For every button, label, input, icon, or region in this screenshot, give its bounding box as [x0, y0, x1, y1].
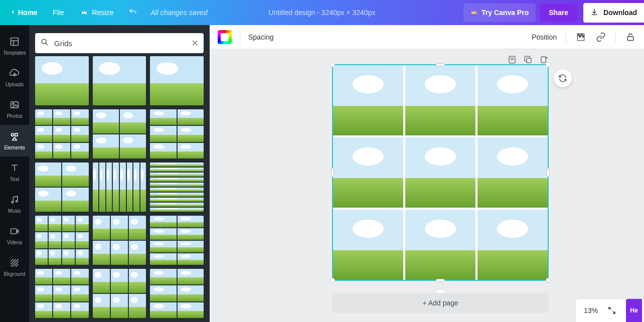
rail-label: Templates: [3, 50, 26, 56]
search-input[interactable]: [54, 39, 186, 48]
rail-label: Videos: [7, 240, 22, 245]
grid-thumb[interactable]: [150, 216, 204, 265]
grid-thumb[interactable]: [35, 163, 89, 212]
resize-handle-r[interactable]: [547, 168, 550, 177]
share-button[interactable]: Share: [540, 4, 577, 22]
page-actions: [508, 55, 549, 64]
download-button[interactable]: Download: [583, 3, 644, 23]
page-notes-icon[interactable]: [508, 55, 517, 64]
add-page-button[interactable]: + Add page: [332, 293, 549, 313]
home-button[interactable]: Home: [4, 6, 44, 20]
selection-bounds[interactable]: [332, 64, 549, 281]
resize-handle-l[interactable]: [331, 168, 334, 177]
grid-thumb[interactable]: [150, 109, 204, 158]
rail-elements[interactable]: Elements: [0, 125, 29, 156]
help-button[interactable]: He: [626, 299, 642, 322]
canvas-area: Spacing Position: [210, 25, 644, 322]
music-icon: [9, 194, 20, 205]
canvas-grid-element[interactable]: [333, 65, 548, 280]
resize-handle-tr[interactable]: [546, 62, 551, 67]
nav-rail: Templates Uploads Photos Elements Text: [0, 25, 29, 322]
rail-music[interactable]: Music: [0, 188, 29, 220]
resize-handle-t[interactable]: [436, 63, 445, 66]
search-box: ✕: [35, 33, 204, 53]
resize-handle-br[interactable]: [546, 278, 551, 283]
grid-cell[interactable]: [477, 65, 548, 135]
canvas-stage[interactable]: + Add page 13% He: [210, 49, 644, 322]
photos-icon: [9, 99, 20, 110]
top-bar: Home File Resize All changes saved Untit…: [0, 0, 644, 25]
duplicate-page-icon[interactable]: [524, 55, 533, 64]
grid-cell[interactable]: [477, 137, 548, 208]
rail-templates[interactable]: Templates: [0, 30, 29, 62]
grid-thumb[interactable]: [150, 56, 204, 105]
svg-line-13: [11, 259, 16, 264]
save-status: All changes saved: [150, 9, 208, 17]
grid-cell[interactable]: [477, 210, 548, 280]
transparency-icon[interactable]: [575, 32, 586, 43]
rail-uploads[interactable]: Uploads: [0, 62, 29, 93]
color-picker-button[interactable]: [218, 30, 232, 44]
grid-thumb[interactable]: [93, 216, 146, 265]
file-menu[interactable]: File: [45, 6, 72, 20]
rail-label: Photos: [7, 113, 22, 119]
uploads-icon: [9, 68, 20, 79]
top-nav-right: Try Canva Pro Share Download: [463, 3, 644, 23]
svg-rect-24: [627, 37, 633, 41]
grid-cell[interactable]: [405, 65, 475, 135]
zoom-level[interactable]: 13%: [584, 306, 598, 314]
rail-text[interactable]: Text: [0, 156, 29, 188]
svg-rect-28: [527, 58, 531, 63]
grid-thumb[interactable]: [35, 269, 89, 318]
grid-thumb[interactable]: [93, 56, 146, 105]
templates-icon: [9, 36, 20, 47]
rail-videos[interactable]: Videos: [0, 220, 29, 251]
position-button[interactable]: Position: [532, 33, 557, 41]
workspace: Templates Uploads Photos Elements Text: [0, 25, 644, 322]
top-nav-left: Home File Resize All changes saved: [4, 5, 208, 21]
document-title[interactable]: Untitled design - 3240px × 3240px: [269, 9, 376, 17]
grid-thumb[interactable]: [150, 163, 204, 212]
try-pro-button[interactable]: Try Canva Pro: [463, 4, 536, 22]
resize-button[interactable]: Resize: [73, 6, 121, 20]
spacing-button[interactable]: Spacing: [248, 33, 274, 41]
resize-handle-tl[interactable]: [330, 62, 335, 67]
grid-thumb[interactable]: [35, 216, 89, 265]
grid-cell[interactable]: [333, 137, 403, 208]
bottom-bar: 13% He: [576, 299, 644, 322]
videos-icon: [9, 226, 20, 237]
svg-line-18: [46, 43, 48, 45]
grid-cell[interactable]: [333, 210, 403, 280]
grid-cell[interactable]: [405, 210, 475, 280]
lock-icon[interactable]: [625, 32, 636, 43]
link-icon[interactable]: [595, 32, 606, 43]
svg-marker-7: [13, 137, 17, 140]
undo-button[interactable]: [122, 5, 143, 21]
resize-handle-bl[interactable]: [330, 278, 335, 283]
sync-icon[interactable]: [554, 69, 572, 87]
fullscreen-icon[interactable]: [607, 305, 617, 315]
chevron-left-icon: [10, 9, 16, 17]
svg-point-9: [16, 201, 18, 202]
grid-thumb[interactable]: [35, 56, 89, 105]
grid-thumb[interactable]: [93, 269, 146, 318]
text-icon: [9, 163, 20, 174]
grid-thumb[interactable]: [93, 109, 146, 158]
grid-cell[interactable]: [333, 65, 403, 135]
grid-thumb[interactable]: [150, 269, 204, 318]
rail-label: Bkground: [4, 271, 26, 277]
resize-handle-b[interactable]: [436, 279, 445, 282]
context-toolbar: Spacing Position: [210, 25, 644, 49]
grid-thumb[interactable]: [35, 109, 89, 158]
clear-search-icon[interactable]: ✕: [191, 38, 199, 49]
grid-cell[interactable]: [405, 137, 475, 208]
rail-photos[interactable]: Photos: [0, 93, 29, 125]
grid-thumb[interactable]: [93, 163, 146, 212]
side-panel: ✕: [29, 25, 210, 322]
rail-label: Elements: [4, 145, 25, 150]
rail-background[interactable]: Bkground: [0, 251, 29, 283]
rail-label: Text: [10, 177, 19, 182]
svg-line-16: [16, 264, 19, 267]
svg-rect-3: [11, 102, 19, 108]
grid-results: [35, 56, 204, 322]
